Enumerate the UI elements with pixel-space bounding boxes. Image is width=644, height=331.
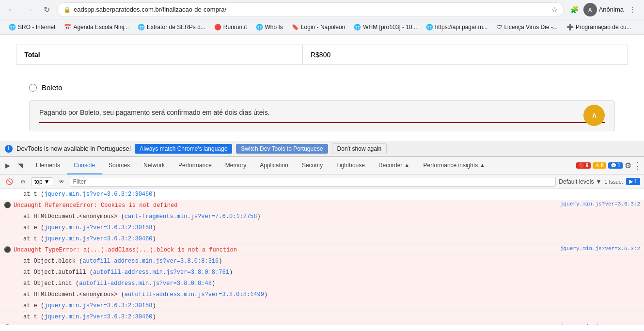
- extensions-button[interactable]: 🧩: [568, 3, 581, 16]
- console-text: at t (jquery.min.js?ver=3.6.3:2:30460): [14, 313, 640, 321]
- console-line-error1-t2: at e (jquery.min.js?ver=3.6.3:2:30158): [0, 222, 644, 234]
- console-line-error3: ⚫ Uncaught TypeError: a(...).mask is not…: [0, 323, 644, 325]
- warning-badge: ⚠ 8: [593, 162, 606, 169]
- bookmark-licenca[interactable]: 🛡 Licença Virus Die -...: [492, 22, 562, 32]
- tab-lighthouse[interactable]: Lighthouse: [330, 157, 372, 174]
- trace-link[interactable]: jquery.min.js?ver=3.6.3:2:30460: [44, 236, 152, 242]
- bookmark-agenda[interactable]: 📅 Agenda Escola Ninj...: [60, 22, 133, 32]
- tab-security[interactable]: Security: [295, 157, 330, 174]
- console-line: at t (jquery.min.js?ver=3.6.3:2:30460): [0, 189, 644, 200]
- default-levels-dropdown[interactable]: Default levels ▼: [559, 178, 601, 185]
- tab-memory[interactable]: Memory: [219, 157, 253, 174]
- back-button[interactable]: ←: [5, 3, 18, 16]
- always-match-button[interactable]: Always match Chrome's language: [135, 144, 232, 154]
- device-toolbar-button[interactable]: ◥: [15, 160, 26, 172]
- devtools-more-button[interactable]: ⋮: [633, 160, 642, 171]
- console-output[interactable]: at t (jquery.min.js?ver=3.6.3:2:30460) ⚫…: [0, 189, 644, 325]
- tab-sources[interactable]: Sources: [102, 157, 137, 174]
- devtools-tabs: ▶ ◥ Elements Console Sources Network Per…: [0, 157, 644, 174]
- tab-performance[interactable]: Performance: [172, 157, 219, 174]
- profile-button[interactable]: A: [583, 3, 597, 16]
- clear-console-button[interactable]: 🚫: [4, 176, 15, 187]
- console-text: at t (jquery.min.js?ver=3.6.3:2:30460): [14, 190, 640, 199]
- console-line-error2-t6: at t (jquery.min.js?ver=3.6.3:2:30460): [0, 312, 644, 323]
- console-line-error1: ⚫ Uncaught ReferenceError: Cookies is no…: [0, 200, 644, 211]
- chevron-down-icon: ▼: [44, 178, 50, 185]
- bookmark-whois[interactable]: 🌐 Who Is: [252, 22, 287, 32]
- tab-network[interactable]: Network: [137, 157, 172, 174]
- eye-button[interactable]: 👁: [56, 176, 67, 187]
- bookmark-pagar-label: https://api.pagar.m...: [435, 24, 488, 31]
- tab-recorder[interactable]: Recorder ▲: [372, 157, 417, 174]
- context-selector[interactable]: top ▼: [31, 177, 53, 186]
- bookmark-pagar[interactable]: 🌐 https://api.pagar.m...: [422, 22, 492, 32]
- switch-devtools-button[interactable]: Switch Dev Tools to Portuguese: [236, 144, 328, 154]
- notif-text: DevTools is now available in Portuguese!: [16, 145, 131, 152]
- trace-link[interactable]: autofill-address.min.js?ver=3.8.0:8:48: [79, 280, 212, 287]
- boleto-info-text: Pagando por Boleto, seu pagamento será c…: [39, 109, 270, 116]
- trace-link[interactable]: autofill-address.min.js?ver=3.8.0:8:316: [82, 258, 219, 265]
- bookmark-programacao[interactable]: ➕ Programação de cu...: [563, 22, 635, 32]
- tab-application[interactable]: Application: [253, 157, 295, 174]
- issue-badge[interactable]: ▶ 1: [626, 178, 640, 185]
- bookmark-whm[interactable]: 🌐 WHM [pro103] - 10...: [350, 22, 421, 32]
- dont-show-button[interactable]: Don't show again: [332, 143, 387, 154]
- console-text: at t (jquery.min.js?ver=3.6.3:2:30460): [14, 235, 640, 243]
- scroll-top-button[interactable]: ∧: [583, 105, 605, 126]
- tab-elements[interactable]: Elements: [29, 157, 67, 174]
- address-bar[interactable]: 🔒 eadspp.saberparatodos.com.br/finalizac…: [57, 2, 564, 17]
- bookmarks-bar: 🌐 SRO - Internet 📅 Agenda Escola Ninj...…: [0, 19, 644, 35]
- bookmark-runrun[interactable]: 🔴 Runrun.it: [210, 22, 251, 32]
- error2-source[interactable]: jquery.min.js?ver=3.6.3:2: [560, 246, 640, 252]
- context-label: top: [34, 178, 43, 185]
- tab-performance-insights[interactable]: Performance insights ▲: [417, 157, 492, 174]
- error3-source[interactable]: jquery.min.js?ver=3.6.3:2: [560, 324, 640, 325]
- console-line-error2-t2: at Object.autofill (autofill-address.min…: [0, 267, 644, 278]
- bookmark-runrun-label: Runrun.it: [223, 24, 247, 31]
- anon-label: Anônima: [599, 6, 624, 13]
- devtools-notification-bar: i DevTools is now available in Portugues…: [0, 141, 644, 157]
- star-icon: ☆: [551, 6, 558, 14]
- inspect-element-button[interactable]: ▶: [2, 160, 14, 172]
- forward-button[interactable]: →: [22, 3, 36, 16]
- console-toolbar-right: Default levels ▼ 1 Issue: ▶ 1: [559, 178, 640, 185]
- bookmark-agenda-icon: 📅: [64, 24, 71, 31]
- bookmark-sro-label: SRO - Internet: [18, 24, 55, 31]
- filter-input[interactable]: [70, 177, 556, 187]
- devtools-left-icons: ▶ ◥: [2, 160, 26, 172]
- browser-actions: 🧩 A Anônima ⋮: [568, 3, 639, 16]
- console-line-error2: ⚫ Uncaught TypeError: a(...).addClass(..…: [0, 245, 644, 256]
- boleto-radio[interactable]: [29, 84, 37, 92]
- blank-icon: [4, 313, 12, 313]
- console-settings-button[interactable]: ⚙: [17, 176, 28, 187]
- boleto-info-box: Pagando por Boleto, seu pagamento será c…: [29, 100, 615, 131]
- trace-link[interactable]: autofill-address.min.js?ver=3.8.0:8:761: [93, 269, 229, 276]
- console-text: at HTMLDocument.<anonymous> (cart-fragme…: [14, 212, 640, 221]
- error1-source[interactable]: jquery.min.js?ver=3.6.3:2: [560, 201, 640, 207]
- boleto-label: Boleto: [42, 83, 63, 92]
- bookmark-programacao-label: Programação de cu...: [576, 24, 631, 31]
- total-row: Total R$800: [16, 45, 628, 65]
- blank-icon: [4, 257, 12, 257]
- trace-link[interactable]: cart-fragments.min.js?ver=7.6.0:1:2758: [125, 213, 257, 220]
- bookmark-licenca-icon: 🛡: [496, 24, 502, 31]
- trace-link[interactable]: jquery.min.js?ver=3.6.3:2:30158: [44, 224, 152, 231]
- bookmark-licenca-label: Licença Virus Die -...: [504, 24, 558, 31]
- trace-link[interactable]: jquery.min.js?ver=3.6.3:2:30460: [44, 191, 152, 198]
- trace-link[interactable]: autofill-address.min.js?ver=3.8.0:8:1499: [125, 291, 264, 298]
- bookmark-sro[interactable]: 🌐 SRO - Internet: [5, 22, 59, 32]
- bookmark-whois-label: Who Is: [265, 24, 283, 31]
- bookmark-extrator-icon: 🌐: [138, 24, 145, 31]
- bookmark-extrator[interactable]: 🌐 Extrator de SERPs d...: [134, 22, 209, 32]
- error-icon: ⚫: [4, 246, 12, 253]
- devtools-settings-button[interactable]: ⚙: [625, 161, 631, 170]
- tab-console[interactable]: Console: [67, 157, 102, 174]
- menu-button[interactable]: ⋮: [626, 3, 639, 16]
- console-line-error2-t3: at Object.init (autofill-address.min.js?…: [0, 278, 644, 289]
- refresh-button[interactable]: ↻: [40, 3, 53, 16]
- trace-link[interactable]: jquery.min.js?ver=3.6.3:2:30158: [44, 302, 152, 309]
- bookmark-napoleon[interactable]: 🔖 Login - Napoleon: [288, 22, 349, 32]
- trace-link[interactable]: jquery.min.js?ver=3.6.3:2:30460: [44, 314, 152, 320]
- avatar: A: [583, 3, 597, 16]
- error-icon: ⚫: [4, 201, 12, 209]
